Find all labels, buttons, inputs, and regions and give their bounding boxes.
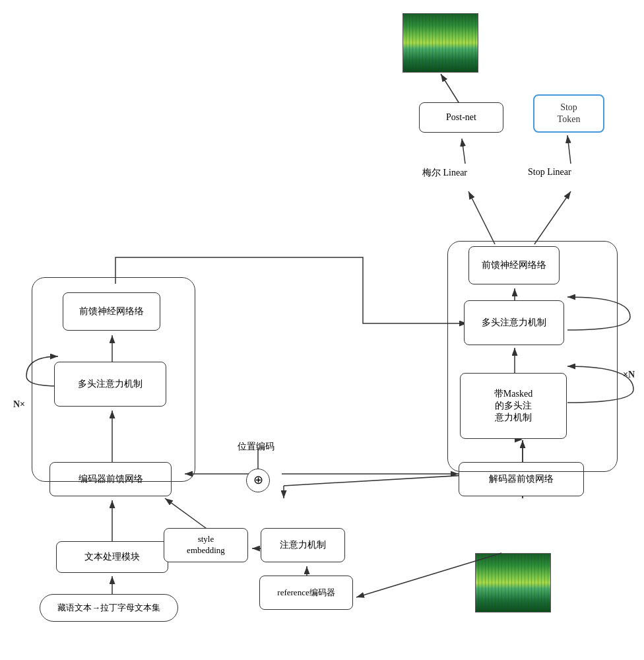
- text-process-box: 文本处理模块: [56, 541, 168, 573]
- svg-line-23: [165, 498, 211, 532]
- enc-ffn-box: 前馈神经网络络: [63, 292, 160, 331]
- enc-multihead-box: 多头注意力机制: [54, 362, 166, 407]
- reference-encoder-box: reference编码器: [259, 576, 353, 610]
- pos-encoding-label: 位置编码: [238, 441, 274, 453]
- style-embedding-box: styleembedding: [164, 528, 248, 562]
- svg-line-16: [534, 191, 571, 244]
- xn-label: ×N: [623, 370, 635, 380]
- stop-token-box: StopToken: [533, 94, 604, 133]
- pos-circle: ⊕: [246, 469, 270, 492]
- mel-linear-label: 梅尔 Linear: [422, 167, 467, 179]
- spectrogram-bottom: [475, 553, 551, 612]
- dec-masked-box: 带Masked的多头注意力机制: [460, 373, 567, 439]
- spectrogram-top: [402, 13, 478, 73]
- svg-line-15: [468, 191, 495, 244]
- diagram-container: 藏语文本→拉丁字母文本集 文本处理模块 编码器前馈网络 多头注意力机制 前馈神经…: [0, 0, 644, 660]
- dec-ffn-box: 前馈神经网络络: [468, 246, 560, 284]
- stop-linear-label: Stop Linear: [528, 167, 571, 178]
- dec-multihead-box: 多头注意力机制: [464, 300, 564, 345]
- post-net-box: Post-net: [419, 102, 503, 133]
- attention-mech-box: 注意力机制: [261, 528, 345, 562]
- nx-label: N×: [13, 399, 25, 410]
- svg-line-18: [567, 135, 571, 164]
- svg-line-17: [462, 139, 465, 164]
- tibetan-input-box: 藏语文本→拉丁字母文本集: [40, 594, 178, 622]
